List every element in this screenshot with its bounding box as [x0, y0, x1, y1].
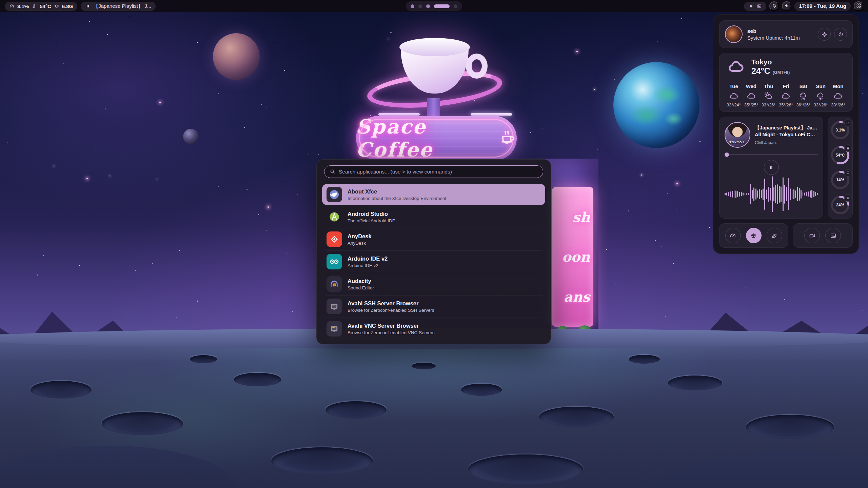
audio-visualizer [725, 175, 818, 213]
app-icon [327, 231, 342, 247]
weather-city: Tokyo [751, 58, 790, 66]
app-name: AnyDesk [348, 233, 372, 240]
launcher-item[interactable]: Android Studio The official Android IDE [322, 206, 545, 227]
search-input[interactable] [339, 169, 538, 175]
capture-icon [809, 232, 816, 239]
workspace-dot[interactable] [418, 4, 422, 8]
mountains-left [0, 298, 217, 373]
coffee-cup-icon [498, 128, 517, 148]
seek-handle[interactable] [725, 152, 729, 157]
weather-forecast: Tue 33°/24° Wed 35°/25° Thu 33°/26° Fri … [726, 83, 846, 107]
profile-icon [771, 232, 778, 239]
forecast-weather-icon [781, 92, 790, 101]
window-neon-text: ans [564, 289, 590, 305]
capture-button[interactable] [825, 228, 841, 243]
launcher-item[interactable]: About Xfce Information about the Xfce De… [322, 184, 545, 205]
forecast-day: Wed 35°/25° [743, 83, 759, 107]
launcher-item[interactable]: Avahi SSH Server Browser Browse for Zero… [322, 296, 545, 317]
album-art-text: TOKYO L [725, 141, 750, 144]
floating-coffee-cup [367, 33, 502, 123]
search-icon [330, 169, 335, 175]
track-title-line2: All Night - Tokyo LoFi Chill... [755, 131, 818, 138]
app-list: About Xfce Information about the Xfce De… [317, 182, 551, 344]
capture-card [793, 223, 853, 248]
grid-icon [856, 3, 862, 9]
track-subtitle: Chill Japan. [755, 140, 818, 145]
workspace-dot[interactable] [411, 4, 414, 8]
thermometer-icon [32, 3, 37, 9]
settings-button[interactable] [818, 28, 831, 41]
capture-icon [830, 232, 837, 239]
cpu-temperature: 54°C [40, 3, 51, 9]
track-title-line1: 【Japanese Playlist】 Japan [755, 125, 818, 131]
monitor-gauge[interactable]: 14% [830, 170, 850, 190]
seek-track[interactable] [729, 154, 818, 155]
weather-card: Tokyo 24°C (GMT+9) Tue 33°/24° Wed 35°/2… [719, 53, 853, 112]
workspace-switcher[interactable] [406, 1, 462, 11]
app-name: Avahi VNC Server Browser [348, 323, 435, 329]
tray-app-icon[interactable] [748, 3, 754, 9]
app-icon [327, 276, 342, 292]
search-box[interactable] [324, 165, 543, 178]
workspace-dot[interactable] [426, 4, 430, 8]
media-pill[interactable]: 【Japanese Playlist】 J... [81, 2, 156, 11]
play-pause-button[interactable] [764, 160, 779, 175]
gear-icon [821, 31, 828, 38]
planet-icon [213, 33, 260, 80]
workspace-dot[interactable] [454, 4, 457, 8]
launcher-item[interactable]: Audacity Sound Editor [322, 273, 545, 294]
overview-button[interactable] [854, 1, 863, 11]
forecast-day-label: Thu [764, 83, 773, 89]
forecast-day-label: Fri [783, 83, 789, 89]
power-profile-button[interactable] [746, 228, 762, 243]
app-icon [327, 254, 342, 269]
power-profile-button[interactable] [767, 228, 782, 243]
seek-slider[interactable] [725, 152, 818, 157]
sign-text: Space Coffee [356, 115, 494, 161]
system-tray[interactable] [744, 2, 766, 11]
album-art[interactable]: TOKYO L [725, 122, 750, 148]
top-bar: 3.1% 54°C 6.8G 【Japanese Playlist】 J... … [0, 0, 868, 12]
forecast-temps: 36°/26° [796, 103, 810, 107]
forecast-day: Tue 33°/24° [726, 83, 742, 107]
sign-pole [427, 98, 440, 119]
capture-button[interactable] [804, 228, 820, 243]
workspace-dot[interactable] [434, 4, 450, 8]
app-icon [327, 321, 342, 337]
forecast-day: Sun 33°/26° [813, 83, 829, 107]
tray-app-icon[interactable] [756, 3, 762, 9]
forecast-temps: 35°/26° [779, 103, 793, 107]
notifications-button[interactable] [769, 1, 779, 11]
power-profile-button[interactable] [725, 228, 741, 243]
forecast-temps: 33°/26° [762, 103, 775, 107]
forecast-day-label: Sun [816, 83, 825, 89]
monitor-gauge[interactable]: 3.1% [830, 120, 850, 140]
forecast-weather-icon [764, 92, 773, 101]
launcher-item[interactable]: Arduino IDE v2 Arduino IDE v2 [322, 251, 545, 272]
clock-pill[interactable]: 17:09 - Tue, 19 Aug [794, 2, 851, 11]
cpu-gauge-icon [9, 3, 15, 9]
volume-button[interactable] [782, 1, 791, 11]
roof-light [471, 113, 512, 116]
launcher-item[interactable]: Avahi VNC Server Browser Browse for Zero… [322, 318, 545, 339]
power-button[interactable] [834, 28, 847, 41]
system-stats-pill[interactable]: 3.1% 54°C 6.8G [5, 2, 77, 11]
cafe-neon-sign: Space Coffee [356, 116, 517, 161]
monitor-gauge[interactable]: 24% [830, 195, 850, 215]
power-profiles-card [719, 223, 788, 248]
forecast-weather-icon [799, 92, 808, 101]
app-description: Browse for Zeroconf-enabled VNC Servers [348, 330, 435, 335]
avatar[interactable] [725, 25, 743, 43]
app-description: Arduino IDE v2 [348, 263, 388, 268]
app-description: Browse for Zeroconf-enabled SSH Servers [348, 308, 434, 313]
forecast-day-label: Wed [746, 83, 756, 89]
monitor-type-icon [844, 144, 852, 152]
forecast-day: Mon 33°/26° [830, 83, 846, 107]
app-icon [327, 187, 342, 202]
user-card: seb System Uptime: 4h11m [719, 20, 853, 48]
monitor-gauge[interactable]: 54°C [830, 145, 850, 165]
launcher-item[interactable]: AnyDesk AnyDesk [322, 229, 545, 250]
forecast-day: Fri 35°/26° [778, 83, 794, 107]
forecast-day: Thu 33°/26° [761, 83, 777, 107]
weather-temperature: 24°C [751, 66, 770, 76]
